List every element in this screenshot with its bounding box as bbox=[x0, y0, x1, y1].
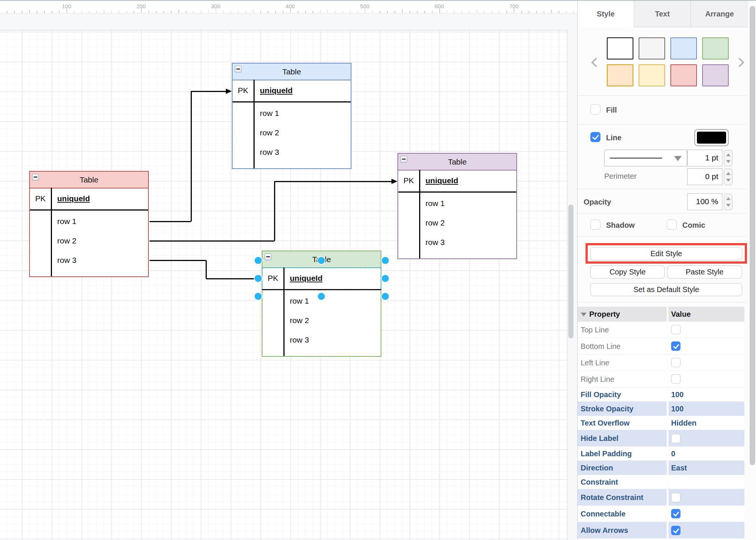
er-table-left-red[interactable]: TablePKuniqueIdrow 1row 2row 3 bbox=[29, 171, 149, 277]
line-width-input[interactable]: 1 pt bbox=[687, 150, 722, 166]
property-value-checkbox[interactable] bbox=[671, 509, 680, 518]
er-table-row[interactable]: row 1 bbox=[260, 104, 279, 123]
selection-handle[interactable] bbox=[255, 257, 262, 264]
shadow-label: Shadow bbox=[606, 221, 635, 230]
property-value-text[interactable]: 100 bbox=[671, 390, 683, 399]
selection-handle[interactable] bbox=[318, 293, 325, 300]
er-table-row[interactable]: row 2 bbox=[260, 123, 279, 142]
edge-2-segment[interactable] bbox=[150, 260, 206, 261]
er-pk-field[interactable]: uniqueId bbox=[57, 188, 90, 209]
sidebar-scrollbar[interactable] bbox=[750, 6, 755, 465]
er-table-center-green[interactable]: TablePKuniqueIdrow 1row 2row 3 bbox=[262, 251, 381, 357]
er-table-row[interactable]: row 3 bbox=[425, 233, 445, 252]
style-swatch-7[interactable] bbox=[702, 64, 729, 86]
edge-2-segment[interactable] bbox=[206, 260, 207, 279]
edge-1-segment[interactable] bbox=[150, 240, 274, 242]
selection-handle[interactable] bbox=[382, 293, 389, 300]
property-row: Top Line bbox=[578, 322, 744, 338]
collapse-triangle-icon[interactable] bbox=[581, 313, 587, 316]
palette-prev-icon[interactable] bbox=[591, 58, 600, 67]
property-row-value bbox=[669, 489, 744, 506]
property-value-checkbox[interactable] bbox=[671, 358, 680, 367]
edge-0-arrowhead-icon bbox=[226, 89, 232, 94]
tab-arrange[interactable]: Arrange bbox=[691, 1, 748, 27]
edit-style-button[interactable]: Edit Style bbox=[590, 247, 742, 260]
selection-handle[interactable] bbox=[255, 293, 262, 300]
er-table-row[interactable]: row 3 bbox=[260, 142, 279, 162]
format-tabbar: Style Text Arrange bbox=[578, 1, 748, 27]
tab-style[interactable]: Style bbox=[578, 1, 634, 27]
style-swatch-4[interactable] bbox=[607, 64, 633, 86]
selection-handle[interactable] bbox=[255, 275, 262, 282]
set-default-style-button[interactable]: Set as Default Style bbox=[590, 283, 742, 296]
edge-0-segment[interactable] bbox=[191, 91, 227, 92]
value-column-header[interactable]: Value bbox=[669, 307, 744, 322]
property-value-checkbox[interactable] bbox=[671, 374, 680, 384]
property-value-checkbox[interactable] bbox=[671, 526, 680, 535]
er-pk-label[interactable]: PK bbox=[398, 170, 419, 191]
property-value-text[interactable]: East bbox=[671, 464, 687, 472]
property-value-text[interactable]: 100 bbox=[671, 405, 683, 413]
property-label: Label Padding bbox=[581, 450, 632, 458]
opacity-stepper[interactable] bbox=[724, 194, 732, 210]
er-pk-field[interactable]: uniqueId bbox=[260, 80, 293, 101]
property-value-checkbox[interactable] bbox=[671, 325, 680, 334]
er-table-row[interactable]: row 1 bbox=[425, 194, 445, 213]
perimeter-stepper[interactable] bbox=[724, 169, 732, 185]
er-table-row[interactable]: row 3 bbox=[290, 330, 309, 350]
property-value-text[interactable]: 0 bbox=[671, 450, 675, 458]
copy-style-button[interactable]: Copy Style bbox=[590, 266, 665, 279]
property-row-value bbox=[669, 539, 744, 540]
er-table-top-blue[interactable]: TablePKuniqueIdrow 1row 2row 3 bbox=[232, 63, 351, 169]
shadow-checkbox[interactable] bbox=[590, 220, 600, 230]
style-swatch-1[interactable] bbox=[639, 37, 665, 59]
style-swatch-2[interactable] bbox=[670, 37, 697, 59]
edge-1-arrowhead-icon bbox=[391, 179, 397, 184]
er-table-row[interactable]: row 3 bbox=[57, 251, 76, 270]
er-table-row[interactable]: row 2 bbox=[57, 231, 76, 251]
er-table-row[interactable]: row 2 bbox=[290, 311, 309, 330]
edge-0-segment[interactable] bbox=[191, 91, 192, 221]
er-pk-field[interactable]: uniqueId bbox=[425, 170, 458, 191]
er-pk-label[interactable]: PK bbox=[233, 80, 253, 101]
er-table-header[interactable]: Table bbox=[233, 64, 351, 80]
er-table-row[interactable]: row 2 bbox=[425, 213, 445, 233]
fill-checkbox[interactable] bbox=[590, 104, 600, 114]
edge-2-segment[interactable] bbox=[206, 278, 256, 279]
line-width-stepper[interactable] bbox=[724, 150, 732, 166]
selection-handle[interactable] bbox=[382, 257, 389, 264]
er-table-header[interactable]: Table bbox=[398, 154, 516, 171]
property-column-header[interactable]: Property bbox=[578, 307, 667, 322]
er-table-row[interactable]: row 1 bbox=[290, 291, 309, 311]
style-swatch-6[interactable] bbox=[670, 64, 697, 86]
er-table-row[interactable]: row 1 bbox=[57, 212, 76, 231]
canvas-area[interactable]: 100200300400500600700 TablePKuniqueIdrow… bbox=[0, 0, 577, 540]
edge-0-segment[interactable] bbox=[150, 221, 191, 222]
property-value-checkbox[interactable] bbox=[671, 493, 680, 502]
selection-handle[interactable] bbox=[382, 275, 389, 282]
paste-style-button[interactable]: Paste Style bbox=[667, 266, 742, 279]
tab-text[interactable]: Text bbox=[634, 1, 691, 27]
er-table-right-purple[interactable]: TablePKuniqueIdrow 1row 2row 3 bbox=[397, 153, 517, 259]
style-swatch-3[interactable] bbox=[702, 37, 729, 59]
comic-checkbox[interactable] bbox=[667, 220, 677, 230]
perimeter-input[interactable]: 0 pt bbox=[687, 168, 722, 185]
property-value-text[interactable]: Hidden bbox=[671, 419, 697, 427]
edge-1-segment[interactable] bbox=[274, 181, 275, 241]
style-swatch-0[interactable] bbox=[607, 37, 633, 59]
line-style-dropdown[interactable] bbox=[604, 150, 687, 166]
canvas-vertical-scrollbar[interactable] bbox=[568, 205, 574, 338]
palette-next-icon[interactable] bbox=[735, 58, 744, 67]
line-checkbox[interactable] bbox=[590, 132, 600, 142]
er-pk-label[interactable]: PK bbox=[30, 188, 51, 209]
property-value-checkbox[interactable] bbox=[671, 341, 680, 351]
edge-1-segment[interactable] bbox=[274, 181, 392, 182]
property-label: Allow Arrows bbox=[581, 526, 628, 534]
opacity-input[interactable]: 100 % bbox=[687, 193, 722, 210]
style-swatch-5[interactable] bbox=[639, 64, 665, 86]
section-divider bbox=[578, 189, 747, 189]
property-value-checkbox[interactable] bbox=[671, 434, 680, 443]
er-table-header[interactable]: Table bbox=[30, 172, 148, 188]
selection-handle[interactable] bbox=[318, 257, 325, 264]
line-color-button[interactable] bbox=[694, 129, 729, 146]
